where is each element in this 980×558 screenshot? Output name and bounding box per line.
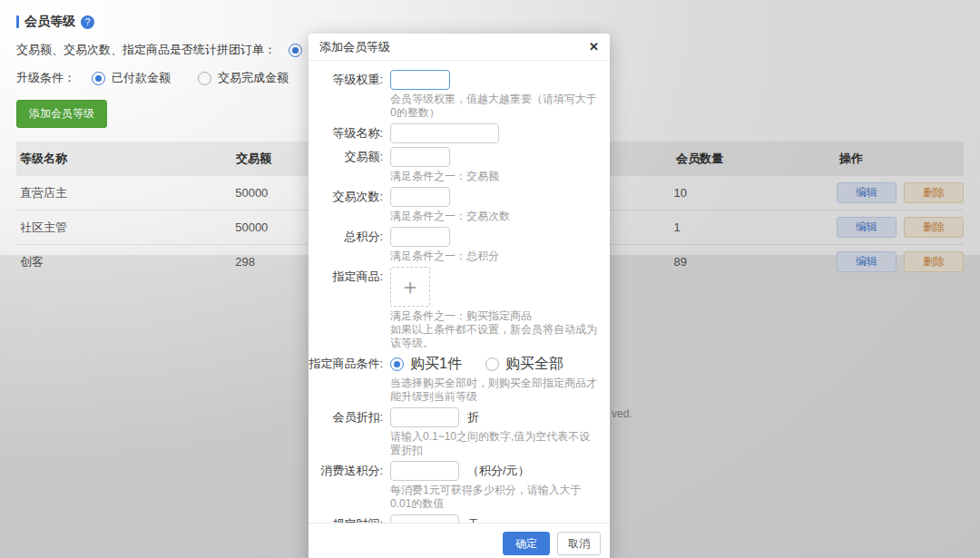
add-goods-upload-box[interactable]: ＋ [390, 267, 430, 307]
buy-all-radio[interactable]: 购买全部 [485, 355, 564, 374]
buy-one-label: 购买1件 [410, 355, 462, 374]
trade-amount-label: 交易额: [309, 147, 390, 183]
trade-times-field: 交易次数: 满足条件之一：交易次数 [309, 187, 599, 223]
points-per-yuan-label: 消费送积分: [309, 461, 390, 511]
designated-goods-label: 指定商品: [309, 267, 390, 350]
designated-goods-hint2: 如果以上条件都不设置，新会员将自动成为该等级。 [390, 323, 599, 350]
member-discount-input[interactable] [390, 407, 459, 427]
trade-times-label: 交易次数: [309, 187, 390, 223]
cancel-button[interactable]: 取消 [557, 532, 601, 555]
total-points-input[interactable] [390, 227, 450, 247]
close-icon[interactable]: ✕ [589, 41, 599, 53]
level-weight-input[interactable] [390, 70, 450, 90]
goods-condition-field: 指定商品条件: 购买1件 购买全部 当选择购买全部时，则购买全部指定商品才能升级… [309, 354, 599, 404]
trade-amount-input[interactable] [390, 147, 450, 167]
time-limit-input[interactable] [390, 514, 459, 523]
level-name-label: 等级名称: [309, 123, 390, 143]
member-discount-label: 会员折扣: [309, 407, 390, 457]
level-name-input[interactable] [390, 123, 499, 143]
time-limit-unit: 天 [467, 516, 479, 523]
radio-unchecked-icon [485, 357, 499, 371]
goods-condition-label: 指定商品条件: [309, 354, 390, 404]
points-per-yuan-hint: 每消费1元可获得多少积分，请输入大于0.01的数值 [390, 484, 599, 511]
modal-title: 添加会员等级 [319, 39, 390, 55]
points-per-yuan-input[interactable] [390, 461, 459, 481]
total-points-field: 总积分: 满足条件之一：总积分 [309, 227, 599, 263]
buy-all-label: 购买全部 [505, 355, 564, 374]
plus-icon: ＋ [399, 272, 421, 301]
modal-body: 等级权重: 会员等级权重，值越大越重要（请填写大于0的整数） 等级名称: 交易额… [309, 61, 610, 523]
goods-condition-hint: 当选择购买全部时，则购买全部指定商品才能升级到当前等级 [390, 377, 599, 404]
designated-goods-hint1: 满足条件之一：购买指定商品 [390, 309, 599, 323]
radio-checked-icon [390, 357, 404, 371]
time-limit-field: 规定时间: 天 规定多少天内消费未满规定金额，则自动降级 [309, 514, 599, 523]
trade-times-input[interactable] [390, 187, 450, 207]
total-points-label: 总积分: [309, 227, 390, 263]
designated-goods-field: 指定商品: ＋ 满足条件之一：购买指定商品 如果以上条件都不设置，新会员将自动成… [309, 267, 599, 350]
modal-header: 添加会员等级 ✕ [309, 34, 610, 61]
total-points-hint: 满足条件之一：总积分 [390, 250, 599, 263]
member-discount-hint: 请输入0.1~10之间的数字,值为空代表不设置折扣 [390, 430, 599, 457]
level-weight-field: 等级权重: 会员等级权重，值越大越重要（请填写大于0的整数） [309, 70, 599, 120]
confirm-button[interactable]: 确定 [503, 532, 550, 555]
trade-times-hint: 满足条件之一：交易次数 [390, 210, 599, 223]
time-limit-label: 规定时间: [309, 514, 390, 523]
level-name-field: 等级名称: [309, 123, 599, 143]
modal-footer: 确定 取消 [309, 523, 610, 558]
points-per-yuan-field: 消费送积分: （积分/元） 每消费1元可获得多少积分，请输入大于0.01的数值 [309, 461, 599, 511]
member-discount-unit: 折 [467, 409, 479, 426]
add-member-level-modal: 添加会员等级 ✕ 等级权重: 会员等级权重，值越大越重要（请填写大于0的整数） … [309, 34, 610, 558]
trade-amount-hint: 满足条件之一：交易额 [390, 170, 599, 183]
level-weight-hint: 会员等级权重，值越大越重要（请填写大于0的整数） [390, 93, 599, 120]
trade-amount-field: 交易额: 满足条件之一：交易额 [309, 147, 599, 183]
points-per-yuan-unit: （积分/元） [467, 463, 530, 479]
level-weight-label: 等级权重: [309, 70, 390, 120]
buy-one-radio[interactable]: 购买1件 [390, 355, 462, 374]
member-discount-field: 会员折扣: 折 请输入0.1~10之间的数字,值为空代表不设置折扣 [309, 407, 599, 457]
